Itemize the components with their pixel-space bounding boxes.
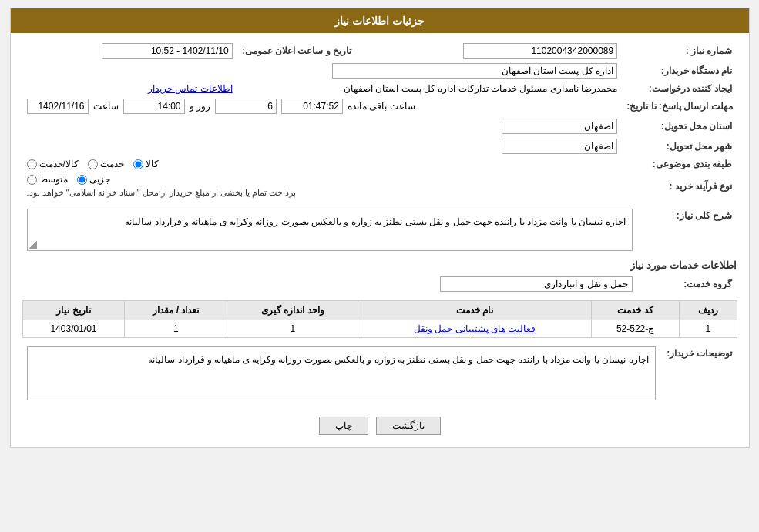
process-radio-group: متوسط جزیی [27,174,110,185]
category-row: طبقه بندی موضوعی: کالا/خدمت خدمت کالا [22,156,737,172]
desc-table: شرح کلی نیاز: اجاره نیسان یا وانت مزداد … [22,206,737,253]
creator-label: ایجاد کننده درخواست: [622,81,737,96]
page-container: جزئیات اطلاعات نیاز شماره نیاز : 1102004… [10,8,750,448]
creator-row: ایجاد کننده درخواست: محمدرضا نامداری مسئ… [22,81,737,96]
announce-date-label: تاریخ و ساعت اعلان عمومی: [237,41,356,61]
province-value: اصفهان [22,116,623,136]
province-input: اصفهان [502,119,617,134]
category-options: کالا/خدمت خدمت کالا [22,156,623,172]
city-row: شهر محل تحویل: اصفهان [22,136,737,156]
city-input: اصفهان [502,139,617,154]
service-group-input: حمل و نقل و انبارداری [440,276,633,292]
category-radio-kala-khedmat[interactable]: کالا/خدمت [27,159,79,169]
resize-handle [29,241,37,249]
process-note: پرداخت تمام یا بخشی از مبلغ خریدار از مح… [27,188,297,198]
col-row-num: ردیف [680,301,737,320]
service-group-row: گروه خدمت: حمل و نقل و انبارداری [22,274,737,294]
cell-code: ج-522-52 [591,320,680,338]
cell-unit: 1 [227,320,358,338]
need-number-label: شماره نیاز : [622,41,737,61]
col-count: تعداد / مقدار [125,301,227,320]
need-number-input: 1102004342000089 [463,43,617,59]
page-title: جزئیات اطلاعات نیاز [334,15,425,27]
service-group-value: حمل و نقل و انبارداری [22,274,637,294]
org-name-value: اداره کل پست استان اصفهان [22,61,623,81]
buyer-desc-text: اجاره نیسان یا وانت مزداد با راننده جهت … [148,354,648,365]
deadline-days-input: 6 [215,99,277,114]
process-radio-jozii[interactable]: جزیی [77,174,110,185]
buyer-desc-row: توضیحات خریدار: اجاره نیسان یا وانت مزدا… [22,344,737,403]
city-label: شهر محل تحویل: [622,136,737,156]
province-label: استان محل تحویل: [622,116,737,136]
contact-link-cell: اطلاعات تماس خریدار [22,81,237,96]
col-code: کد خدمت [591,301,680,320]
buyer-desc-label: توضیحات خریدار: [660,344,737,403]
cell-date: 1403/01/01 [22,320,125,338]
buyer-desc-table: توضیحات خریدار: اجاره نیسان یا وانت مزدا… [22,344,737,403]
description-text: اجاره نیسان یا وانت مزداد با راننده جهت … [125,216,625,227]
announce-date-value: 1402/11/10 - 10:52 [22,41,237,61]
content-area: شماره نیاز : 1102004342000089 تاریخ و سا… [11,33,749,447]
deadline-row: مهلت ارسال پاسخ: تا تاریخ: 1402/11/16 سا… [22,96,737,116]
deadline-time-label: ساعت [93,101,119,112]
cell-count: 1 [125,320,227,338]
category-label: طبقه بندی موضوعی: [622,156,737,172]
deadline-label: مهلت ارسال پاسخ: تا تاریخ: [622,96,737,116]
description-row: شرح کلی نیاز: اجاره نیسان یا وانت مزداد … [22,206,737,253]
deadline-days-label: روز و [190,101,210,112]
province-row: استان محل تحویل: اصفهان [22,116,737,136]
service-group-label: گروه خدمت: [637,274,737,294]
creator-text: محمدرضا نامداری مسئول خدمات تدارکات ادار… [344,83,617,94]
cell-row-num: 1 [680,320,737,338]
service-table-header: ردیف کد خدمت نام خدمت واحد اندازه گیری ت… [22,301,737,320]
service-table: ردیف کد خدمت نام خدمت واحد اندازه گیری ت… [22,300,737,338]
creator-value: محمدرضا نامداری مسئول خدمات تدارکات ادار… [237,81,623,96]
deadline-value: 1402/11/16 ساعت 14:00 روز و 6 01:47:52 س… [22,96,623,116]
cell-name[interactable]: فعالیت های پشتیبانی حمل ونقل [358,320,591,338]
category-radio-kala[interactable]: کالا [133,159,159,169]
description-box: اجاره نیسان یا وانت مزداد با راننده جهت … [27,209,633,251]
deadline-date-input: 1402/11/16 [27,99,89,114]
deadline-remaining-label: ساعت باقی مانده [348,101,415,112]
back-button[interactable]: بازگشت [376,417,441,435]
main-info-table: شماره نیاز : 1102004342000089 تاریخ و سا… [22,41,737,200]
buttons-row: بازگشت چاپ [22,409,737,440]
buyer-desc-cell: اجاره نیسان یا وانت مزداد با راننده جهت … [22,344,660,403]
service-group-table: گروه خدمت: حمل و نقل و انبارداری [22,274,737,294]
process-label: نوع فرآیند خرید : [622,172,737,200]
buyer-desc-box: اجاره نیسان یا وانت مزداد با راننده جهت … [27,346,656,400]
page-header: جزئیات اطلاعات نیاز [11,8,749,33]
col-name: نام خدمت [358,301,591,320]
need-number-value: 1102004342000089 [371,41,622,61]
category-radio-khedmat[interactable]: خدمت [88,159,124,169]
process-row: نوع فرآیند خرید : متوسط جزیی [22,172,737,200]
deadline-remaining-input: 01:47:52 [281,99,343,114]
description-label: شرح کلی نیاز: [637,206,737,253]
col-unit: واحد اندازه گیری [227,301,358,320]
process-options: متوسط جزیی پرداخت تمام یا بخشی از مبلغ خ… [22,172,623,200]
need-number-row: شماره نیاز : 1102004342000089 تاریخ و سا… [22,41,737,61]
print-button[interactable]: چاپ [319,417,368,435]
contact-link[interactable]: اطلاعات تماس خریدار [148,83,233,94]
service-section-title: اطلاعات خدمات مورد نیاز [22,259,737,271]
announce-date-input: 1402/11/10 - 10:52 [102,43,233,59]
col-date: تاریخ نیاز [22,301,125,320]
org-name-label: نام دستگاه خریدار: [622,61,737,81]
org-name-input: اداره کل پست استان اصفهان [332,63,617,79]
deadline-time-input: 14:00 [123,99,185,114]
process-radio-motawaset[interactable]: متوسط [27,174,68,185]
description-cell: اجاره نیسان یا وانت مزداد با راننده جهت … [22,206,637,253]
table-row: 1 ج-522-52 فعالیت های پشتیبانی حمل ونقل … [22,320,737,338]
city-value: اصفهان [22,136,623,156]
org-name-row: نام دستگاه خریدار: اداره کل پست استان اص… [22,61,737,81]
